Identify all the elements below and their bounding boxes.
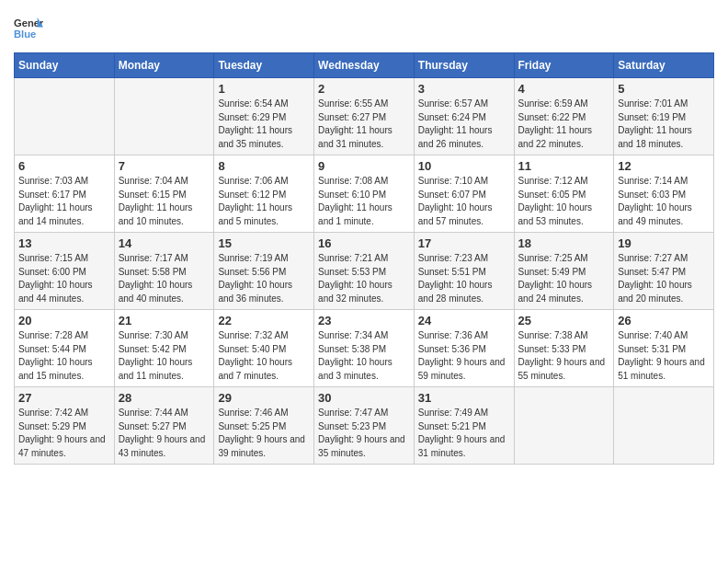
day-number: 12 [618,159,710,173]
calendar-cell: 17Sunrise: 7:23 AMSunset: 5:51 PMDayligh… [414,233,514,310]
svg-text:Blue: Blue [14,29,36,40]
day-number: 21 [119,314,210,327]
day-info: Sunrise: 7:40 AMSunset: 5:31 PMDaylight:… [618,329,710,383]
calendar-row: 1Sunrise: 6:54 AMSunset: 6:29 PMDaylight… [15,78,714,155]
day-number: 1 [218,82,310,96]
calendar-cell: 7Sunrise: 7:04 AMSunset: 6:15 PMDaylight… [114,155,214,233]
day-number: 18 [518,236,610,250]
calendar-cell: 31Sunrise: 7:49 AMSunset: 5:21 PMDayligh… [414,387,514,465]
day-number: 10 [418,159,510,173]
logo-icon: General Blue [14,14,43,43]
day-number: 25 [518,314,610,327]
day-number: 29 [218,391,310,405]
day-number: 26 [618,314,710,327]
weekday-header-sunday: Sunday [15,53,115,78]
day-info: Sunrise: 7:32 AMSunset: 5:40 PMDaylight:… [218,329,310,383]
calendar-cell: 5Sunrise: 7:01 AMSunset: 6:19 PMDaylight… [614,78,714,155]
day-number: 16 [318,236,410,250]
day-number: 20 [18,314,110,327]
day-info: Sunrise: 7:21 AMSunset: 5:53 PMDaylight:… [318,252,410,305]
calendar-cell: 20Sunrise: 7:28 AMSunset: 5:44 PMDayligh… [15,310,115,387]
day-info: Sunrise: 7:10 AMSunset: 6:07 PMDaylight:… [418,175,510,228]
day-number: 9 [318,159,410,173]
day-number: 17 [418,236,510,250]
calendar-cell: 29Sunrise: 7:46 AMSunset: 5:25 PMDayligh… [214,387,314,465]
calendar-cell: 2Sunrise: 6:55 AMSunset: 6:27 PMDaylight… [314,78,415,155]
calendar-cell: 10Sunrise: 7:10 AMSunset: 6:07 PMDayligh… [414,155,514,233]
day-number: 22 [218,314,310,327]
weekday-header-saturday: Saturday [614,53,714,78]
weekday-header-friday: Friday [514,53,614,78]
day-number: 24 [418,314,510,327]
calendar-row: 13Sunrise: 7:15 AMSunset: 6:00 PMDayligh… [15,233,714,310]
calendar-cell: 11Sunrise: 7:12 AMSunset: 6:05 PMDayligh… [514,155,614,233]
calendar-cell: 30Sunrise: 7:47 AMSunset: 5:23 PMDayligh… [314,387,415,465]
day-info: Sunrise: 6:54 AMSunset: 6:29 PMDaylight:… [218,98,310,151]
weekday-header-thursday: Thursday [414,53,514,78]
calendar-cell: 4Sunrise: 6:59 AMSunset: 6:22 PMDaylight… [514,78,614,155]
day-number: 11 [518,159,610,173]
day-info: Sunrise: 7:30 AMSunset: 5:42 PMDaylight:… [119,329,210,383]
calendar-cell: 22Sunrise: 7:32 AMSunset: 5:40 PMDayligh… [214,310,314,387]
day-info: Sunrise: 7:27 AMSunset: 5:47 PMDaylight:… [618,252,710,305]
day-number: 19 [618,236,710,250]
day-number: 7 [119,159,210,173]
calendar-cell: 8Sunrise: 7:06 AMSunset: 6:12 PMDaylight… [214,155,314,233]
day-info: Sunrise: 7:38 AMSunset: 5:33 PMDaylight:… [518,329,610,383]
day-number: 2 [318,82,410,96]
day-info: Sunrise: 7:44 AMSunset: 5:27 PMDaylight:… [119,407,210,460]
weekday-header-wednesday: Wednesday [314,53,415,78]
weekday-header-row: SundayMondayTuesdayWednesdayThursdayFrid… [15,53,714,78]
calendar-cell [15,78,115,155]
day-info: Sunrise: 7:17 AMSunset: 5:58 PMDaylight:… [119,252,210,305]
calendar-cell: 12Sunrise: 7:14 AMSunset: 6:03 PMDayligh… [614,155,714,233]
day-number: 31 [418,391,510,405]
day-info: Sunrise: 7:28 AMSunset: 5:44 PMDaylight:… [18,329,110,383]
day-info: Sunrise: 6:55 AMSunset: 6:27 PMDaylight:… [318,98,410,151]
calendar-row: 27Sunrise: 7:42 AMSunset: 5:29 PMDayligh… [15,387,714,465]
day-info: Sunrise: 7:12 AMSunset: 6:05 PMDaylight:… [518,175,610,228]
calendar-cell: 19Sunrise: 7:27 AMSunset: 5:47 PMDayligh… [614,233,714,310]
day-info: Sunrise: 7:14 AMSunset: 6:03 PMDaylight:… [618,175,710,228]
day-number: 13 [18,236,110,250]
calendar-cell: 3Sunrise: 6:57 AMSunset: 6:24 PMDaylight… [414,78,514,155]
calendar-row: 20Sunrise: 7:28 AMSunset: 5:44 PMDayligh… [15,310,714,387]
calendar-cell: 13Sunrise: 7:15 AMSunset: 6:00 PMDayligh… [15,233,115,310]
calendar-cell: 14Sunrise: 7:17 AMSunset: 5:58 PMDayligh… [114,233,214,310]
day-info: Sunrise: 6:57 AMSunset: 6:24 PMDaylight:… [418,98,510,151]
calendar-cell: 15Sunrise: 7:19 AMSunset: 5:56 PMDayligh… [214,233,314,310]
weekday-header-monday: Monday [114,53,214,78]
calendar-row: 6Sunrise: 7:03 AMSunset: 6:17 PMDaylight… [15,155,714,233]
calendar-cell: 27Sunrise: 7:42 AMSunset: 5:29 PMDayligh… [15,387,115,465]
calendar-cell: 25Sunrise: 7:38 AMSunset: 5:33 PMDayligh… [514,310,614,387]
day-info: Sunrise: 7:04 AMSunset: 6:15 PMDaylight:… [119,175,210,228]
calendar-cell: 23Sunrise: 7:34 AMSunset: 5:38 PMDayligh… [314,310,415,387]
day-info: Sunrise: 7:25 AMSunset: 5:49 PMDaylight:… [518,252,610,305]
day-number: 27 [18,391,110,405]
day-info: Sunrise: 7:42 AMSunset: 5:29 PMDaylight:… [18,407,110,460]
calendar-cell [514,387,614,465]
calendar-cell: 6Sunrise: 7:03 AMSunset: 6:17 PMDaylight… [15,155,115,233]
page-header: General Blue [14,14,714,43]
day-number: 8 [218,159,310,173]
day-number: 4 [518,82,610,96]
calendar-cell: 1Sunrise: 6:54 AMSunset: 6:29 PMDaylight… [214,78,314,155]
calendar-cell [114,78,214,155]
day-number: 23 [318,314,410,327]
calendar-header: SundayMondayTuesdayWednesdayThursdayFrid… [15,53,714,78]
day-info: Sunrise: 7:34 AMSunset: 5:38 PMDaylight:… [318,329,410,383]
day-info: Sunrise: 7:06 AMSunset: 6:12 PMDaylight:… [218,175,310,228]
day-number: 3 [418,82,510,96]
day-info: Sunrise: 7:15 AMSunset: 6:00 PMDaylight:… [18,252,110,305]
calendar-cell: 26Sunrise: 7:40 AMSunset: 5:31 PMDayligh… [614,310,714,387]
day-info: Sunrise: 7:03 AMSunset: 6:17 PMDaylight:… [18,175,110,228]
day-number: 15 [218,236,310,250]
day-number: 14 [119,236,210,250]
day-info: Sunrise: 6:59 AMSunset: 6:22 PMDaylight:… [518,98,610,151]
day-number: 28 [119,391,210,405]
day-number: 5 [618,82,710,96]
day-info: Sunrise: 7:19 AMSunset: 5:56 PMDaylight:… [218,252,310,305]
calendar-cell: 28Sunrise: 7:44 AMSunset: 5:27 PMDayligh… [114,387,214,465]
calendar-cell: 16Sunrise: 7:21 AMSunset: 5:53 PMDayligh… [314,233,415,310]
calendar-cell: 21Sunrise: 7:30 AMSunset: 5:42 PMDayligh… [114,310,214,387]
